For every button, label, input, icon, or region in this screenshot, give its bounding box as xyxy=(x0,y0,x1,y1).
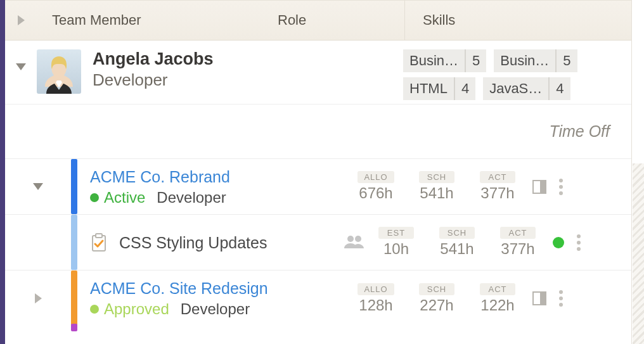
metric-label-sch: SCH xyxy=(439,227,475,239)
metric-label-act: ACT xyxy=(500,227,536,239)
allocation-role: Developer xyxy=(181,300,250,318)
svg-point-4 xyxy=(355,236,361,242)
row-menu-button[interactable] xyxy=(555,286,567,310)
next-row-peek xyxy=(5,324,631,331)
metric-value-sch: 227h xyxy=(411,296,463,314)
status-label: Approved xyxy=(104,300,169,318)
skill-level: 5 xyxy=(465,49,486,72)
row-stripe xyxy=(71,324,77,331)
skill-label: JavaS… xyxy=(483,77,548,100)
time-off-row: Time Off xyxy=(5,105,631,158)
allocation-role: Developer xyxy=(157,189,226,207)
task-title[interactable]: CSS Styling Updates xyxy=(119,233,267,252)
column-header-row: Team Member Role Skills xyxy=(5,0,631,41)
row-menu-button[interactable] xyxy=(573,231,584,255)
skill-level: 4 xyxy=(548,77,570,100)
collapse-project-icon[interactable] xyxy=(33,183,43,190)
people-icon xyxy=(344,234,365,251)
status-dot-icon xyxy=(90,193,99,202)
collapse-member-icon[interactable] xyxy=(16,63,26,70)
panel-toggle-icon[interactable] xyxy=(532,180,546,194)
panel-toggle-icon[interactable] xyxy=(532,291,546,305)
skill-chip[interactable]: HTML 4 xyxy=(403,77,475,100)
metric-label-allo: ALLO xyxy=(357,283,394,295)
avatar[interactable] xyxy=(37,49,81,94)
column-header-role-label: Role xyxy=(278,12,306,29)
column-header-member[interactable]: Team Member xyxy=(37,1,278,40)
column-header-member-label: Team Member xyxy=(52,12,141,29)
metric-value-allo: 676h xyxy=(350,184,402,202)
allocations-list: ACME Co. Rebrand Active Developer ALLO 6… xyxy=(5,158,631,331)
row-stripe xyxy=(71,271,77,326)
metric-value-act: 377h xyxy=(472,184,524,202)
skill-label: HTML xyxy=(403,77,454,100)
metric-label-act: ACT xyxy=(480,283,515,295)
status-dot-icon xyxy=(90,305,99,314)
team-member-row: Angela Jacobs Developer Busin… 5 Busin… … xyxy=(5,41,631,105)
status-badge: Active xyxy=(90,189,145,207)
metrics: ALLO 128h SCH 227h ACT 122h xyxy=(350,283,524,314)
status-dot-icon[interactable] xyxy=(553,237,564,248)
skill-chip[interactable]: Busin… 5 xyxy=(403,49,486,72)
svg-rect-2 xyxy=(96,234,102,238)
metric-label-sch: SCH xyxy=(419,171,454,183)
skills-list: Busin… 5 Busin… 5 HTML 4 JavaS… 4 xyxy=(403,49,631,100)
row-menu-button[interactable] xyxy=(555,175,567,199)
member-name: Angela Jacobs xyxy=(93,49,214,69)
gutter-hatch xyxy=(633,163,644,344)
skill-level: 5 xyxy=(555,49,577,72)
metric-value-est: 10h xyxy=(370,240,422,258)
project-link[interactable]: ACME Co. Site Redesign xyxy=(90,279,350,298)
column-header-role[interactable]: Role xyxy=(278,1,404,40)
metric-label-allo: ALLO xyxy=(357,171,394,183)
right-gutter xyxy=(631,0,644,344)
skill-level: 4 xyxy=(454,77,475,100)
clipboard-icon xyxy=(90,233,108,252)
time-off-label[interactable]: Time Off xyxy=(549,122,610,140)
metric-value-act: 122h xyxy=(472,296,524,314)
metric-value-allo: 128h xyxy=(350,296,402,314)
metrics: ALLO 676h SCH 541h ACT 377h xyxy=(350,171,524,202)
row-stripe xyxy=(71,215,77,270)
app-left-accent xyxy=(0,0,5,344)
project-link[interactable]: ACME Co. Rebrand xyxy=(90,167,350,186)
skill-label: Busin… xyxy=(494,49,555,72)
metric-value-sch: 541h xyxy=(431,240,483,258)
row-stripe xyxy=(71,159,77,214)
member-role: Developer xyxy=(93,70,214,90)
metrics: EST 10h SCH 541h ACT 377h xyxy=(370,227,544,258)
metric-label-est: EST xyxy=(378,227,414,239)
metric-label-act: ACT xyxy=(480,171,515,183)
svg-point-3 xyxy=(347,236,354,242)
status-label: Active xyxy=(104,189,145,207)
allocation-row: ACME Co. Rebrand Active Developer ALLO 6… xyxy=(5,159,631,215)
skill-chip[interactable]: Busin… 5 xyxy=(494,49,577,72)
skill-chip[interactable]: JavaS… 4 xyxy=(483,77,570,100)
metric-value-sch: 541h xyxy=(411,184,463,202)
metric-value-act: 377h xyxy=(492,240,544,258)
metric-label-sch: SCH xyxy=(419,283,454,295)
column-header-skills[interactable]: Skills xyxy=(404,1,631,40)
expand-project-icon[interactable] xyxy=(35,293,42,303)
skill-label: Busin… xyxy=(403,49,465,72)
allocation-row: CSS Styling Updates EST 10h SCH xyxy=(5,215,631,271)
column-header-skills-label: Skills xyxy=(423,12,455,29)
status-badge: Approved xyxy=(90,300,169,318)
allocation-row: ACME Co. Site Redesign Approved Develope… xyxy=(5,271,631,326)
expand-all-icon[interactable] xyxy=(18,15,25,25)
